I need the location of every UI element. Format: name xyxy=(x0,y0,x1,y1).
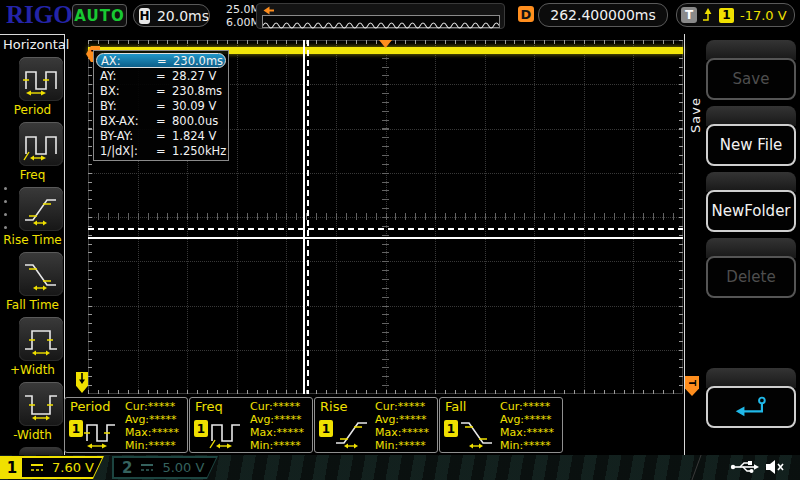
measurement-name: Freq xyxy=(195,399,223,414)
dc-coupling-icon xyxy=(140,462,154,473)
menu-item-period[interactable] xyxy=(19,57,63,101)
softkey-cap xyxy=(706,238,796,258)
sine-preview-icon xyxy=(263,20,499,31)
memory-waveform-preview xyxy=(262,15,500,28)
measurement-stats: Cur:***** Avg:***** Max:***** Min:***** xyxy=(500,400,554,452)
measurement-panel-freq[interactable]: Freq 1 Cur:***** Avg:***** Max:***** Min… xyxy=(189,397,313,453)
channel1-badge: 1 xyxy=(2,458,22,477)
channel1-tab[interactable]: 1 7.60 V xyxy=(0,456,104,479)
cursor-row-by-ay: BY-AY:=1.824 V xyxy=(94,128,228,143)
return-arrow-icon xyxy=(727,395,775,419)
measurement-stats: Cur:***** Avg:***** Max:***** Min:***** xyxy=(125,400,179,452)
channel2-tab[interactable]: 2 5.00 V xyxy=(112,456,218,479)
channel-badge: 1 xyxy=(194,420,208,437)
cursor-row-label: 1/|dX|: xyxy=(100,144,156,158)
cursor-row-inv-dx: 1/|dX|:=1.250kHz xyxy=(94,143,228,158)
cursor-row-value: 230.0ms xyxy=(173,54,223,68)
delay-d-icon: D xyxy=(518,6,534,22)
enter-button[interactable] xyxy=(706,386,796,428)
cursor-a-vertical[interactable] xyxy=(303,40,305,394)
menu-item-fall-time[interactable] xyxy=(19,252,63,296)
save-button[interactable]: Save xyxy=(706,58,796,100)
menu-item-plus-width[interactable] xyxy=(19,317,63,361)
channel-badge: 1 xyxy=(69,420,83,437)
rising-edge-icon xyxy=(702,7,714,23)
grid-edge-ticks-bottom xyxy=(88,390,683,394)
menu-item-rise-time-label: Rise Time xyxy=(0,233,65,247)
cursor-row-label: BY-AY: xyxy=(100,129,156,143)
down-arrow-icon xyxy=(78,372,86,386)
trigger-position-arrow-icon xyxy=(263,6,275,15)
cursor-row-label: BX: xyxy=(100,84,156,98)
run-status-badge: AUTO xyxy=(72,4,127,27)
channel1-scale: 7.60 V xyxy=(52,460,94,475)
menu-item-freq-label: Freq xyxy=(0,168,65,182)
equals-sign: = xyxy=(156,84,172,98)
channel2-badge: 2 xyxy=(122,459,132,477)
period-icon xyxy=(84,417,120,451)
timebase-h-icon: H xyxy=(139,8,150,24)
delete-button[interactable]: Delete xyxy=(706,256,796,298)
menu-item-fall-time-label: Fall Time xyxy=(0,298,65,312)
channel-badge: 1 xyxy=(444,420,458,437)
measurement-panel-period[interactable]: Period 1 Cur:***** Avg:***** Max:***** M… xyxy=(64,397,188,453)
grid-edge-ticks-left xyxy=(88,40,92,394)
freq-icon xyxy=(23,127,59,161)
cursor-row-label: AY: xyxy=(100,69,156,83)
timebase-value: 20.0ms xyxy=(157,8,209,24)
trigger-level-value: -17.0 V xyxy=(740,8,787,23)
grid-edge-ticks-right xyxy=(679,40,683,394)
dc-coupling-icon xyxy=(30,462,44,473)
cursor-row-by: BY:=30.09 V xyxy=(94,98,228,113)
menu-page-dot xyxy=(4,187,7,190)
menu-item-minus-width[interactable] xyxy=(19,382,63,426)
cursor-b-vertical[interactable] xyxy=(307,40,309,394)
freq-icon xyxy=(209,417,245,451)
plus-width-icon xyxy=(23,322,59,356)
menu-item-partial xyxy=(19,447,63,455)
fall-time-icon xyxy=(459,417,495,451)
cursor-row-ay: AY:=28.27 V xyxy=(94,68,228,83)
usb-icon xyxy=(730,460,760,474)
menu-item-rise-time[interactable] xyxy=(19,187,63,231)
equals-sign: = xyxy=(156,114,172,128)
measurement-name: Rise xyxy=(320,399,347,414)
oscilloscope-screen: RIGOL AUTO H 20.0ms 25.0MSa/s 6.00M pts … xyxy=(0,0,800,480)
delay-indicator: 262.400000ms xyxy=(538,3,668,27)
menu-item-freq[interactable] xyxy=(19,122,63,166)
cursor-row-value: 800.0us xyxy=(172,114,218,128)
rise-time-icon xyxy=(23,192,59,226)
fall-time-icon xyxy=(23,257,59,291)
cursor-row-value: 1.824 V xyxy=(172,129,216,143)
cursor-b-horizontal[interactable] xyxy=(88,228,683,230)
menu-item-period-label: Period xyxy=(0,103,65,117)
softkey-cap xyxy=(706,172,796,192)
timebase-indicator: H 20.0ms xyxy=(133,4,210,27)
left-menu-top-border xyxy=(0,34,65,35)
menu-page-dot xyxy=(4,200,7,203)
softkey-cap xyxy=(706,106,796,126)
equals-sign: = xyxy=(156,129,172,143)
period-icon xyxy=(23,62,59,96)
minus-width-icon xyxy=(23,387,59,421)
channel2-scale: 5.00 V xyxy=(162,460,204,475)
cursor-measurement-panel: AX:=230.0ms AY:=28.27 V BX:=230.8ms BY:=… xyxy=(93,50,229,161)
trigger-source-badge: 1 xyxy=(719,8,734,23)
measurement-stats: Cur:***** Avg:***** Max:***** Min:***** xyxy=(250,400,304,452)
left-menu-title: Horizontal xyxy=(3,37,69,52)
measurement-panel-fall[interactable]: Fall 1 Cur:***** Avg:***** Max:***** Min… xyxy=(439,397,563,453)
cursor-row-bx-ax: BX-AX:=800.0us xyxy=(94,113,228,128)
memory-waveform-bar xyxy=(256,3,505,29)
menu-item-minus-width-label: -Width xyxy=(0,428,65,442)
cursor-row-bx: BX:=230.8ms xyxy=(94,83,228,98)
cursor-a-horizontal[interactable] xyxy=(88,237,683,239)
new-file-button[interactable]: New File xyxy=(706,124,796,166)
measurement-panel-rise[interactable]: Rise 1 Cur:***** Avg:***** Max:***** Min… xyxy=(314,397,438,453)
cursor-row-ax: AX:=230.0ms xyxy=(96,53,226,68)
trigger-level-marker[interactable]: T xyxy=(685,376,699,396)
menu-page-dot xyxy=(4,226,7,229)
graticule: T T AX:=230.0ms AY:=28.27 V BX:=230.8ms xyxy=(88,40,683,394)
channel-status-bar: 1 7.60 V 2 5.00 V xyxy=(0,455,800,480)
new-folder-button[interactable]: NewFolder xyxy=(706,190,796,232)
channel1-position-marker[interactable] xyxy=(76,372,88,393)
